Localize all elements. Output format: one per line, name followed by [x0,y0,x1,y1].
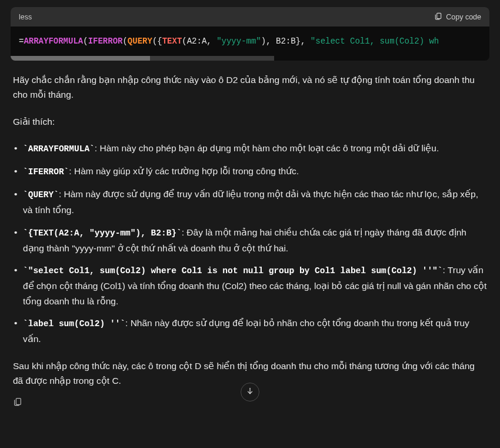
intro-paragraph: Hãy chắc chắn rằng bạn nhập công thức nà… [13,72,487,102]
svg-rect-0 [437,13,441,18]
explain-list: `ARRAYFORMULA`: Hàm này cho phép bạn áp … [13,141,487,346]
tok-b2: B2 [276,36,286,46]
clipboard-icon [434,12,442,22]
list-item-desc: : Hàm này được sử dụng để truy vấn dữ li… [23,189,478,215]
tok-comma1: , [206,36,216,46]
tok-lparen1: ( [83,36,88,46]
tok-colon1: : [197,36,202,46]
tok-query: QUERY [128,36,152,46]
list-item: `{TEXT(A2:A, "yyyy-mm"), B2:B}`: Đây là … [16,225,487,255]
bottom-actions [0,397,500,409]
tok-comma3: , [301,36,311,46]
list-item-desc: : Hàm này cho phép bạn áp dụng một hàm c… [95,143,439,153]
code-term: `ARRAYFORMULA` [23,144,95,154]
list-item: `ARRAYFORMULA`: Hàm này cho phép bạn áp … [16,141,487,157]
tok-comma2: , [266,36,276,46]
code-body-wrapper: =ARRAYFORMULA(IFERROR(QUERY({TEXT(A2:A, … [11,26,489,61]
code-language-label: less [19,13,32,21]
tok-a2: A2 [187,36,197,46]
code-term: `label sum(Col2) ''` [23,319,125,328]
message-content: Hãy chắc chắn rằng bạn nhập công thức nà… [0,72,500,389]
list-item-desc: : Hàm này giúp xử lý các trường hợp lỗi … [69,166,299,176]
tok-iferror: IFERROR [88,36,123,46]
tok-b: B [291,36,295,46]
scroll-down-button[interactable] [241,383,259,401]
explain-heading: Giải thích: [13,114,487,130]
tok-rbrace: } [296,36,301,46]
tok-strfmt: "yyyy-mm" [216,36,261,46]
tok-lparen4: ( [182,36,186,46]
svg-rect-2 [16,398,21,404]
list-item: `QUERY`: Hàm này được sử dụng để truy vấ… [16,187,487,217]
tok-arrayformula: ARRAYFORMULA [24,36,83,46]
code-header: less Copy code [11,7,489,26]
list-item: `"select Col1, sum(Col2) where Col1 is n… [16,263,487,308]
list-item: `label sum(Col2) ''`: Nhãn này được sử d… [16,316,487,346]
code-block: less Copy code =ARRAYFORMULA(IFERROR(QUE… [11,7,489,61]
tok-colon2: : [286,36,291,46]
copy-message-button[interactable] [13,398,22,408]
tok-lparen2: ( [122,36,127,46]
arrow-down-icon [246,387,254,397]
code-term: `{TEXT(A2:A, "yyyy-mm"), B2:B}` [23,228,182,238]
tok-rparen1: ) [261,36,266,46]
copy-code-label: Copy code [446,13,481,21]
tok-lbrace: { [157,36,162,46]
horizontal-scrollbar-thumb[interactable] [11,56,150,61]
code-term: `"select Col1, sum(Col2) where Col1 is n… [23,266,443,276]
horizontal-scrollbar-track[interactable] [11,56,274,61]
tok-strsel: "select Col1, sum(Col2) wh [311,36,439,46]
code-term: `QUERY` [23,190,59,200]
tok-text: TEXT [162,36,182,46]
list-item: `IFERROR`: Hàm này giúp xử lý các trường… [16,164,487,180]
code-term: `IFERROR` [23,167,69,177]
copy-code-button[interactable]: Copy code [434,12,481,22]
